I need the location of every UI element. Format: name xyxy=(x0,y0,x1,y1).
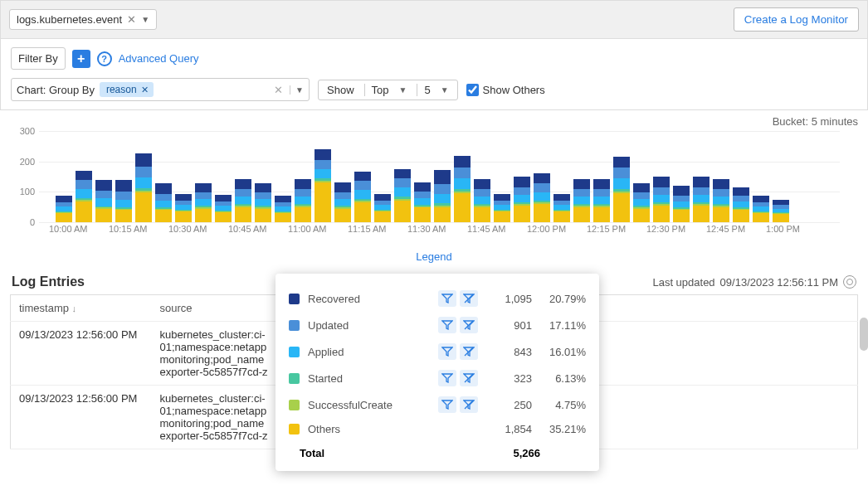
bar[interactable] xyxy=(434,170,451,222)
bar[interactable] xyxy=(76,171,92,222)
filter-include-icon[interactable] xyxy=(438,290,456,307)
log-source-select[interactable]: logs.kubernetes.event ✕ ▼ xyxy=(9,9,157,30)
bar[interactable] xyxy=(275,196,291,222)
legend-row: Updated90117.11% xyxy=(289,312,586,338)
bar[interactable] xyxy=(633,183,650,222)
bar[interactable] xyxy=(135,153,152,222)
chevron-down-icon[interactable]: ▼ xyxy=(141,15,149,24)
bar[interactable] xyxy=(414,182,431,222)
x-tick: 10:15 AM xyxy=(109,224,147,234)
group-by-tag[interactable]: reason ✕ xyxy=(100,82,154,97)
help-icon[interactable]: ? xyxy=(97,51,112,66)
gear-icon[interactable] xyxy=(843,275,856,289)
legend-pct: 17.11% xyxy=(540,319,586,332)
bar[interactable] xyxy=(693,177,710,222)
group-by-select[interactable]: Chart: Group By reason ✕ ✕ ▼ xyxy=(11,78,310,101)
advanced-query-link[interactable]: Advanced Query xyxy=(119,52,199,65)
bar-segment-applied xyxy=(315,169,331,178)
bar[interactable] xyxy=(95,180,112,222)
show-others-checkbox[interactable]: Show Others xyxy=(466,84,545,96)
bar[interactable] xyxy=(454,156,471,222)
filter-include-icon[interactable] xyxy=(438,317,456,333)
y-tick: 300 xyxy=(20,126,35,136)
bar[interactable] xyxy=(175,194,192,222)
legend-toggle-link[interactable]: Legend xyxy=(0,250,868,263)
bar-segment-recovered xyxy=(454,156,471,168)
chevron-down-icon[interactable]: ▼ xyxy=(399,85,407,95)
filter-exclude-icon[interactable] xyxy=(460,370,478,386)
chevron-down-icon[interactable]: ▼ xyxy=(441,85,449,95)
legend-row: Started3236.13% xyxy=(289,365,586,391)
bar-segment-applied xyxy=(95,198,112,206)
bar[interactable] xyxy=(155,183,172,222)
bar-segment-recovered xyxy=(215,195,232,201)
legend-count: 843 xyxy=(486,346,532,358)
bar[interactable] xyxy=(334,182,351,222)
bar[interactable] xyxy=(673,186,690,222)
bar[interactable] xyxy=(553,194,570,222)
group-by-tag-label: reason xyxy=(106,84,137,95)
bar[interactable] xyxy=(573,179,590,222)
bar-segment-recovered xyxy=(334,182,351,192)
add-filter-button[interactable]: + xyxy=(72,50,90,68)
bar[interactable] xyxy=(653,177,670,222)
bar[interactable] xyxy=(315,149,331,222)
bar[interactable] xyxy=(195,183,212,222)
bar-segment-updated xyxy=(334,192,351,199)
bar-segment-others xyxy=(394,201,411,222)
filter-exclude-icon[interactable] xyxy=(460,290,478,307)
bar[interactable] xyxy=(394,169,411,222)
bar[interactable] xyxy=(374,194,391,222)
col-timestamp[interactable]: timestamp ↓ xyxy=(11,295,152,322)
bar[interactable] xyxy=(773,200,789,222)
filter-include-icon[interactable] xyxy=(438,370,456,386)
bar[interactable] xyxy=(514,177,530,222)
bar-segment-recovered xyxy=(115,180,132,192)
x-tick: 12:00 PM xyxy=(527,224,566,234)
close-icon[interactable]: ✕ xyxy=(141,85,149,95)
bar[interactable] xyxy=(115,180,132,222)
bar[interactable] xyxy=(255,183,271,222)
gridline xyxy=(39,222,840,223)
bar[interactable] xyxy=(753,196,769,222)
close-icon[interactable]: ✕ xyxy=(127,13,136,26)
bar[interactable] xyxy=(56,196,72,222)
bar[interactable] xyxy=(494,194,510,222)
chevron-down-icon[interactable]: ▼ xyxy=(290,85,304,95)
filter-exclude-icon[interactable] xyxy=(460,396,478,413)
show-top-select[interactable]: Show Top ▼ 5 ▼ xyxy=(318,80,458,100)
bar-segment-applied xyxy=(593,197,610,204)
legend-total-count: 5,266 xyxy=(495,447,540,449)
last-updated-prefix: Last updated xyxy=(652,276,714,289)
bar-segment-updated xyxy=(573,189,590,197)
bar-segment-updated xyxy=(653,187,670,195)
bar[interactable] xyxy=(354,172,371,222)
bar-segment-applied xyxy=(454,178,471,189)
bar[interactable] xyxy=(613,157,630,222)
filter-include-icon[interactable] xyxy=(438,343,456,360)
scrollbar[interactable] xyxy=(860,318,868,351)
bar[interactable] xyxy=(215,195,232,222)
filter-exclude-icon[interactable] xyxy=(460,317,478,333)
bar-segment-others xyxy=(573,207,590,222)
bar[interactable] xyxy=(713,179,729,222)
legend-pct: 35.21% xyxy=(540,423,586,435)
clear-icon[interactable]: ✕ xyxy=(271,84,286,96)
bar[interactable] xyxy=(474,179,490,222)
bar-segment-recovered xyxy=(633,183,650,192)
filter-exclude-icon[interactable] xyxy=(460,343,478,360)
group-by-label: Chart: Group By xyxy=(17,84,95,96)
filter-include-icon[interactable] xyxy=(438,396,456,413)
bar[interactable] xyxy=(593,179,610,222)
bar-segment-applied xyxy=(115,200,132,207)
x-tick: 10:45 AM xyxy=(228,224,266,234)
bar-segment-updated xyxy=(613,167,630,178)
bar[interactable] xyxy=(295,179,311,222)
bar-segment-updated xyxy=(115,192,132,199)
bar-segment-updated xyxy=(354,181,371,190)
create-log-monitor-button[interactable]: Create a Log Monitor xyxy=(734,7,859,32)
show-others-input[interactable] xyxy=(466,84,479,96)
bar[interactable] xyxy=(733,187,749,223)
bar[interactable] xyxy=(534,173,550,222)
bar[interactable] xyxy=(235,179,251,222)
